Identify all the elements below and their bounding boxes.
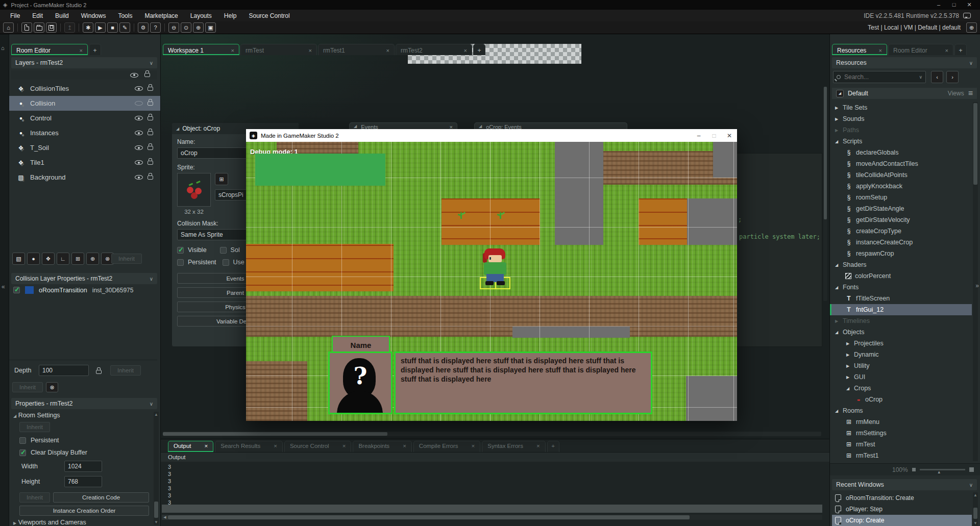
zoom-in-handle[interactable] bbox=[969, 467, 974, 472]
persistent-checkbox-row[interactable]: Persistent bbox=[177, 259, 216, 266]
help-button[interactable]: ? bbox=[150, 22, 161, 33]
menu-file[interactable]: File bbox=[4, 12, 26, 19]
clear-display-buffer-checkbox[interactable] bbox=[19, 449, 26, 456]
tab-rmtest1[interactable]: rmTest1 × bbox=[318, 44, 395, 55]
game-window-titlebar[interactable]: ◈ Made in GameMaker Studio 2 – □ ✕ bbox=[246, 129, 737, 142]
script-roomsetup[interactable]: §roomSetup bbox=[830, 192, 972, 203]
close-button[interactable]: ✕ bbox=[962, 2, 977, 8]
sprite-preview[interactable] bbox=[177, 173, 211, 207]
target-crosshair-icon[interactable]: ⊕ bbox=[966, 22, 977, 33]
room-settings-inherit-button[interactable]: Inherit bbox=[19, 422, 50, 432]
recent-oroomtransition-create[interactable]: oRoomTransition: Create bbox=[832, 492, 972, 504]
resource-sounds[interactable]: ▶Sounds bbox=[830, 113, 972, 124]
recent-oplayer-step[interactable]: oPlayer: Step bbox=[832, 504, 972, 515]
zoom-slider[interactable]: ▲ bbox=[920, 469, 965, 470]
output-horizontal-scrollbar[interactable]: ◀ bbox=[162, 515, 822, 520]
game-close-button[interactable]: ✕ bbox=[722, 132, 737, 139]
game-minimize-button[interactable]: – bbox=[691, 132, 706, 139]
script-applyknockback[interactable]: §applyKnockback bbox=[830, 181, 972, 192]
close-tab-icon[interactable]: × bbox=[274, 443, 277, 452]
add-tab-button[interactable]: + bbox=[89, 44, 101, 55]
menu-source-control[interactable]: Source Control bbox=[243, 12, 296, 19]
close-tab-icon[interactable]: × bbox=[386, 47, 389, 54]
objects-group-gui[interactable]: ▶GUI bbox=[830, 371, 972, 383]
layer-row-collision[interactable]: ● Collision bbox=[9, 96, 160, 111]
open-project-button[interactable] bbox=[34, 22, 44, 33]
zoom-reset-button[interactable]: ⊙ bbox=[181, 22, 191, 33]
resource-tree-scrollbar[interactable] bbox=[973, 102, 978, 461]
close-tab-icon[interactable]: × bbox=[342, 443, 346, 452]
tab-syntax-errors[interactable]: Syntax Errors × bbox=[482, 441, 545, 452]
lock-icon[interactable] bbox=[148, 176, 153, 180]
depth-input[interactable] bbox=[39, 365, 89, 376]
fit-view-button[interactable]: ▣ bbox=[205, 22, 216, 33]
add-path-layer-button[interactable]: ∟ bbox=[57, 253, 69, 265]
script-instancecreatecrop[interactable]: §instanceCreateCrop bbox=[830, 237, 972, 248]
size-inherit-button[interactable]: Inherit bbox=[19, 492, 50, 503]
create-executable-button[interactable]: ↥ bbox=[64, 22, 75, 33]
close-tab-icon[interactable]: × bbox=[403, 443, 406, 452]
resource-objects[interactable]: ◢Objects bbox=[830, 327, 972, 338]
instance-row[interactable]: oRoomTransition inst_30D65975 bbox=[13, 286, 133, 294]
zoom-slider-marker[interactable]: ▲ bbox=[937, 470, 941, 474]
visibility-icon[interactable] bbox=[135, 160, 143, 165]
close-tab-icon[interactable]: × bbox=[231, 47, 234, 54]
visible-checkbox[interactable] bbox=[177, 247, 184, 254]
objects-group-dynamic[interactable]: ▶Dynamic bbox=[830, 349, 972, 360]
script-respawncrop[interactable]: §respawnCrop bbox=[830, 248, 972, 259]
debug-button[interactable]: ✱ bbox=[83, 22, 93, 33]
lock-icon[interactable] bbox=[148, 102, 153, 106]
tab-compile-errors[interactable]: Compile Errors × bbox=[413, 441, 480, 452]
close-tab-icon[interactable]: × bbox=[536, 443, 540, 452]
script-moveandcontacttiles[interactable]: §moveAndContactTiles bbox=[830, 158, 972, 169]
events-panel-sliver[interactable]: ◢ Events × bbox=[349, 122, 457, 129]
workspace-vertical-scrollbar[interactable] bbox=[823, 87, 827, 301]
resource-paths[interactable]: ▶Paths bbox=[830, 124, 972, 136]
menu-layouts[interactable]: Layouts bbox=[184, 12, 218, 19]
depth-lock-icon[interactable] bbox=[96, 370, 102, 374]
workspace-horizontal-scrollbar[interactable] bbox=[163, 432, 821, 436]
output-log[interactable]: 3 3 3 3 3 3 bbox=[161, 462, 829, 506]
objects-group-crops[interactable]: ◢Crops bbox=[830, 383, 972, 394]
search-input[interactable] bbox=[844, 73, 905, 81]
layer-inherit-button[interactable]: Inherit bbox=[111, 254, 142, 264]
tab-rmtest[interactable]: rmTest × bbox=[240, 44, 317, 55]
menu-marketplace[interactable]: Marketplace bbox=[138, 12, 184, 19]
resources-header[interactable]: Resources ∨ bbox=[832, 57, 977, 68]
recent-windows-scrollbar[interactable]: ▲ ▼ bbox=[973, 492, 978, 526]
add-layer-folder-button[interactable]: ⊕ bbox=[86, 253, 99, 265]
tab-breakpoints[interactable]: Breakpoints × bbox=[353, 441, 411, 452]
instance-creation-order-button[interactable]: Instance Creation Order bbox=[19, 506, 149, 516]
add-tile-layer-button[interactable]: ❖ bbox=[42, 253, 55, 265]
close-tab-icon[interactable]: × bbox=[945, 47, 948, 54]
layer-row-tile1[interactable]: ❖ Tile1 bbox=[9, 155, 160, 170]
persistent-checkbox[interactable] bbox=[19, 437, 26, 444]
output-selected-row[interactable] bbox=[162, 505, 822, 513]
script-declareglobals[interactable]: §declareGlobals bbox=[830, 147, 972, 158]
inherit-button[interactable]: Inherit bbox=[12, 382, 43, 392]
new-sprite-button[interactable]: ⊞ bbox=[215, 173, 228, 185]
tab-room-editor-right[interactable]: Room Editor × bbox=[888, 44, 953, 55]
recent-windows-header[interactable]: Recent Windows ∨ bbox=[832, 479, 977, 490]
layer-row-collisiontiles[interactable]: ❖ CollisionTiles bbox=[9, 81, 160, 96]
script-getdirstatevelocity[interactable]: §getDirStateVelocity bbox=[830, 214, 972, 226]
close-tab-icon[interactable]: × bbox=[205, 443, 208, 452]
game-maximize-button[interactable]: □ bbox=[706, 132, 722, 139]
save-project-button[interactable] bbox=[46, 22, 57, 33]
script-getdirstateangle[interactable]: §getDirStateAngle bbox=[830, 203, 972, 214]
close-tab-icon[interactable]: × bbox=[472, 443, 475, 452]
home-small-icon[interactable]: ⌂ bbox=[1, 45, 5, 51]
search-options-chevron-icon[interactable]: ∨ bbox=[919, 74, 922, 80]
layer-row-background[interactable]: ▧ Background bbox=[9, 170, 160, 185]
close-tab-icon[interactable]: × bbox=[464, 47, 467, 54]
add-layer-button[interactable]: ⊞ bbox=[71, 253, 84, 265]
properties-scrollbar[interactable]: ▲ ▼ bbox=[154, 412, 159, 525]
tab-search-results[interactable]: Search Results × bbox=[215, 441, 283, 452]
views-menu-icon[interactable]: ≡ bbox=[968, 89, 973, 98]
run-button[interactable]: ▶ bbox=[95, 22, 106, 33]
objects-group-projectiles[interactable]: ▶Projectiles bbox=[830, 338, 972, 349]
home-button[interactable]: ⌂ bbox=[3, 22, 14, 33]
properties-header[interactable]: Properties - rmTest2 ∨ bbox=[11, 398, 157, 409]
recent-ocrop-create[interactable]: oCrop: Create bbox=[832, 515, 972, 526]
font-fntgui12[interactable]: TfntGui_12 bbox=[830, 304, 972, 315]
